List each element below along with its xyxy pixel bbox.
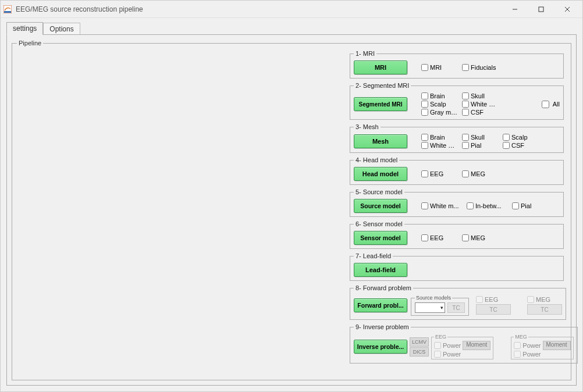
step-1-mri: 1- MRI MRI MRI Fiducials <box>350 50 564 79</box>
steps-column: 1- MRI MRI MRI Fiducials 2- Segmented MR… <box>350 50 564 364</box>
chk-skull[interactable]: Skull <box>462 92 499 99</box>
head-model-button[interactable]: Head model <box>354 167 407 181</box>
pipeline-legend: Pipeline <box>17 40 43 47</box>
inverse-meg-group: MEG Power Moment Power <box>511 334 573 359</box>
mesh-button[interactable]: Mesh <box>354 134 407 148</box>
app-window: EEG/MEG source reconstruction pipeline s… <box>0 0 583 392</box>
eeg-moment-button[interactable]: Moment <box>463 341 490 350</box>
tab-options[interactable]: Options <box>43 23 80 35</box>
step-legend: 8- Forward problem <box>354 284 413 291</box>
step-legend: 5- Source model <box>354 188 404 195</box>
step-legend: 9- Inverse problem <box>354 323 411 330</box>
meg-moment-button[interactable]: Moment <box>543 341 571 350</box>
chk-pial[interactable]: Pial <box>462 142 499 149</box>
chk-gray-matter[interactable]: Gray ma... <box>421 109 458 116</box>
chk-eeg[interactable]: EEG <box>421 234 458 241</box>
forward-problem-button[interactable]: Forward probl... <box>354 298 407 312</box>
chk-eeg[interactable]: EEG <box>421 170 458 177</box>
step-2-segmented-mri: 2- Segmented MRI Segmented MRI Brain Sku… <box>350 82 564 120</box>
tab-settings[interactable]: settings <box>6 22 43 35</box>
close-button[interactable] <box>554 1 580 17</box>
step-legend: 3- Mesh <box>354 123 381 130</box>
tc-meg-button[interactable]: TC <box>527 304 562 315</box>
svg-rect-3 <box>539 7 543 12</box>
step-4-head-model: 4- Head model Head model EEG MEG <box>350 156 564 185</box>
chk-white-matter[interactable]: White m... <box>421 142 458 149</box>
chk-csf[interactable]: CSF <box>462 109 499 116</box>
step-legend: 1- MRI <box>354 50 376 57</box>
inv-eeg-legend: EEG <box>434 334 447 340</box>
maximize-button[interactable] <box>528 1 554 17</box>
pipeline-group: Pipeline 1- MRI MRI MRI Fiducials 2- <box>12 40 571 380</box>
chk-scalp[interactable]: Scalp <box>503 134 540 141</box>
chk-brain[interactable]: Brain <box>421 134 458 141</box>
step-3-mesh: 3- Mesh Mesh Brain Skull Scalp White m..… <box>350 123 564 153</box>
lcmv-button[interactable]: LCMV <box>410 337 429 347</box>
chk-eeg-power[interactable]: Power <box>434 342 461 349</box>
step-legend: 4- Head model <box>354 156 399 163</box>
dics-button[interactable]: DICS <box>410 347 429 357</box>
tab-panel-settings: Pipeline 1- MRI MRI MRI Fiducials 2- <box>6 34 577 386</box>
chk-pial[interactable]: Pial <box>512 202 549 209</box>
titlebar: EEG/MEG source reconstruction pipeline <box>1 1 582 18</box>
segmented-mri-button[interactable]: Segmented MRI <box>354 97 407 111</box>
source-model-button[interactable]: Source model <box>354 199 407 213</box>
mri-button[interactable]: MRI <box>354 60 407 74</box>
chk-meg[interactable]: MEG <box>527 296 562 303</box>
chk-in-between[interactable]: In-betw... <box>467 202 509 209</box>
chk-csf[interactable]: CSF <box>503 142 540 149</box>
chk-mri[interactable]: MRI <box>421 64 458 71</box>
inv-meg-legend: MEG <box>514 334 528 340</box>
tc-eeg-button[interactable]: TC <box>476 304 511 315</box>
lead-field-button[interactable]: Lead-field <box>354 263 407 277</box>
chk-white-matter[interactable]: White m... <box>462 101 499 108</box>
inverse-eeg-group: EEG Power Moment Power <box>431 334 493 359</box>
tc-button[interactable]: TC <box>447 302 465 313</box>
chk-meg[interactable]: MEG <box>462 234 499 241</box>
window-title: EEG/MEG source reconstruction pipeline <box>16 5 143 13</box>
chk-meg-power[interactable]: Power <box>514 342 541 349</box>
step-legend: 6- Sensor model <box>354 220 404 227</box>
sensor-model-button[interactable]: Sensor model <box>354 231 407 245</box>
chk-brain[interactable]: Brain <box>421 92 458 99</box>
step-legend: 2- Segmented MRI <box>354 82 411 89</box>
step-legend: 7- Lead-field <box>354 252 393 259</box>
svg-rect-1 <box>4 11 11 13</box>
chk-meg-power2[interactable]: Power <box>514 351 541 358</box>
chk-skull[interactable]: Skull <box>462 134 499 141</box>
step-8-forward-problem: 8- Forward problem Forward probl... Sour… <box>350 284 566 320</box>
source-models-dropdown[interactable]: ▾ <box>415 302 445 313</box>
source-models-legend: Source models <box>415 295 452 301</box>
chk-all[interactable]: All <box>539 99 560 110</box>
app-icon <box>3 5 12 14</box>
chk-eeg[interactable]: EEG <box>476 296 511 303</box>
step-9-inverse-problem: 9- Inverse problem Inverse proble... LCM… <box>350 323 578 364</box>
inverse-problem-button[interactable]: Inverse proble... <box>354 340 407 354</box>
chk-meg[interactable]: MEG <box>462 170 499 177</box>
chk-scalp[interactable]: Scalp <box>421 101 458 108</box>
tabs: settings Options <box>1 18 582 34</box>
minimize-button[interactable] <box>502 1 528 17</box>
step-5-source-model: 5- Source model Source model White m... … <box>350 188 564 217</box>
chk-eeg-power2[interactable]: Power <box>434 351 461 358</box>
chevron-down-icon: ▾ <box>440 305 443 311</box>
chk-fiducials[interactable]: Fiducials <box>462 64 499 71</box>
step-7-lead-field: 7- Lead-field Lead-field <box>350 252 564 281</box>
chk-white-matter[interactable]: White m... <box>421 202 463 209</box>
step-6-sensor-model: 6- Sensor model Sensor model EEG MEG <box>350 220 564 249</box>
source-models-group: Source models ▾ TC <box>411 295 469 316</box>
